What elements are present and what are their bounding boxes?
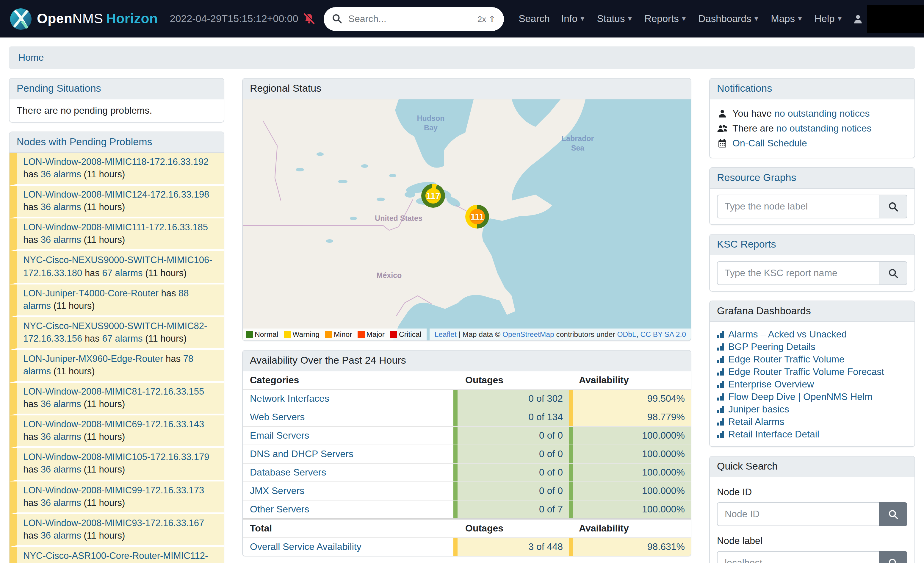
grafana-dashboard-link[interactable]: BGP Peering Details — [717, 341, 908, 353]
grafana-dashboard-link[interactable]: Retail Alarms — [717, 416, 908, 428]
navbar-link-dashboards[interactable]: Dashboards — [699, 13, 752, 24]
navbar-link-maps[interactable]: Maps — [771, 13, 795, 24]
ksc-reports-title[interactable]: KSC Reports — [710, 234, 915, 255]
pending-situations-title[interactable]: Pending Situations — [9, 78, 224, 99]
node-problem-item: LON-Window-2008-MIMIC124-172.16.33.198 h… — [9, 186, 224, 218]
grafana-dashboard-link[interactable]: Enterprise Overview — [717, 378, 908, 390]
node-link[interactable]: LON-Window-2008-MIMIC105-172.16.33.179 — [23, 452, 209, 462]
resource-graphs-title[interactable]: Resource Graphs — [710, 168, 915, 189]
category-link[interactable]: Email Servers — [250, 430, 309, 441]
resource-graphs-search-button[interactable] — [879, 195, 908, 218]
node-label-input[interactable] — [717, 551, 879, 563]
node-alarms-link[interactable]: 36 alarms — [41, 235, 81, 245]
alarm-duration: (11 hours) — [84, 399, 125, 409]
navbar-link-reports[interactable]: Reports — [644, 13, 679, 24]
node-alarms-link[interactable]: 36 alarms — [41, 432, 81, 442]
notifications-off-bell-icon[interactable] — [303, 12, 316, 25]
category-link[interactable]: Web Servers — [250, 412, 304, 423]
navbar-link-help[interactable]: Help — [814, 13, 835, 24]
category-link[interactable]: Database Servers — [250, 467, 326, 478]
has-word: has — [23, 530, 38, 540]
node-link[interactable]: LON-Juniper-MX960-Edge-Router — [23, 353, 163, 363]
notification-link[interactable]: no outstanding notices — [777, 123, 872, 133]
grafana-link-label: Enterprise Overview — [728, 378, 814, 390]
availability-header: Availability — [571, 371, 691, 389]
node-link[interactable]: LON-Juniper-T4000-Core-Router — [23, 288, 159, 298]
node-alarms-link[interactable]: 36 alarms — [41, 497, 81, 507]
legend-item-major: Major — [357, 330, 385, 339]
node-alarms-link[interactable]: 36 alarms — [41, 202, 81, 212]
node-id-search-button[interactable] — [879, 502, 908, 526]
quick-search-panel: Quick Search Node ID Node label — [709, 456, 915, 563]
grafana-dashboard-link[interactable]: Flow Deep Dive | OpenNMS Helm — [717, 390, 908, 403]
navbar-link-search[interactable]: Search — [519, 13, 550, 24]
node-id-input[interactable] — [717, 502, 879, 526]
ksc-report-name-input[interactable] — [717, 261, 879, 285]
category-link[interactable]: JMX Servers — [250, 486, 304, 496]
search-input[interactable] — [347, 13, 473, 25]
node-link[interactable]: LON-Window-2008-MIMIC111-172.16.33.185 — [23, 222, 208, 233]
node-link[interactable]: LON-Window-2008-MIMIC99-172.16.33.173 — [23, 485, 204, 495]
grafana-dashboard-link[interactable]: Edge Router Traffic Volume — [717, 353, 908, 365]
node-alarms-link[interactable]: 67 alarms — [102, 267, 143, 278]
node-link[interactable]: NYC-Cisco-ASR100-Core-Router-MIMIC112-17… — [23, 551, 208, 563]
notification-link[interactable]: On-Call Schedule — [732, 138, 807, 148]
node-alarms-link[interactable]: 36 alarms — [41, 530, 81, 540]
resource-graphs-node-input[interactable] — [717, 195, 879, 218]
availability-panel: Availability Over the Past 24 Hours Cate… — [242, 350, 692, 557]
attribution-link[interactable]: OpenStreetMap — [502, 330, 554, 339]
navbar-link-info[interactable]: Info — [561, 13, 578, 24]
availability-cell: 100.000% — [569, 427, 691, 444]
ksc-reports-search-button[interactable] — [879, 261, 908, 285]
node-label-search-button[interactable] — [879, 551, 908, 563]
grafana-dashboard-link[interactable]: Alarms – Acked vs Unacked — [717, 328, 908, 341]
bar-chart-icon — [717, 431, 724, 438]
user-icon — [717, 109, 728, 119]
breadcrumb-home-link[interactable]: Home — [18, 53, 44, 63]
pending-situations-empty-message: There are no pending problems. — [9, 99, 224, 122]
nodes-pending-problems-title[interactable]: Nodes with Pending Problems — [9, 132, 224, 153]
user-menu[interactable]: ▼ — [852, 5, 924, 33]
has-word: has — [166, 353, 181, 363]
outages-cell: 0 of 0 — [453, 482, 569, 500]
node-alarms-link[interactable]: 36 alarms — [41, 464, 81, 474]
node-link[interactable]: LON-Window-2008-MIMIC118-172.16.33.192 — [23, 156, 208, 167]
grafana-dashboard-link[interactable]: Retail Interface Detail — [717, 428, 908, 440]
node-link[interactable]: LON-Window-2008-MIMIC81-172.16.33.155 — [23, 386, 204, 396]
node-alarms-link[interactable]: 67 alarms — [102, 333, 143, 344]
node-alarms-link[interactable]: 36 alarms — [41, 399, 81, 409]
node-alarms-link[interactable]: 36 alarms — [41, 169, 81, 179]
category-link[interactable]: Other Servers — [250, 504, 309, 515]
category-link[interactable]: DNS and DHCP Servers — [250, 449, 353, 459]
map-cluster-marker[interactable]: 111 — [465, 205, 489, 228]
notification-text: There are no outstanding notices — [732, 122, 872, 135]
attribution-link[interactable]: CC BY-SA 2.0 — [640, 330, 686, 339]
alarm-duration: (11 hours) — [145, 333, 186, 344]
legend-label: Warning — [292, 330, 320, 339]
node-problem-item: LON-Window-2008-MIMIC111-172.16.33.185 h… — [9, 219, 224, 251]
brand[interactable]: OpenNMSHorizon — [9, 8, 158, 30]
attribution-link[interactable]: ODbL — [617, 330, 636, 339]
node-link[interactable]: LON-Window-2008-MIMIC69-172.16.33.143 — [23, 419, 204, 429]
grafana-dashboard-link[interactable]: Juniper basics — [717, 403, 908, 416]
availability-row: Email Servers0 of 0100.000% — [243, 426, 691, 444]
node-problem-item: LON-Window-2008-MIMIC81-172.16.33.155 ha… — [9, 383, 224, 416]
node-problem-item: LON-Window-2008-MIMIC118-172.16.33.192 h… — [9, 153, 224, 186]
grafana-dashboard-link[interactable]: Edge Router Traffic Volume Forecast — [717, 365, 908, 378]
navbar-link-status[interactable]: Status — [597, 13, 625, 24]
node-link[interactable]: LON-Window-2008-MIMIC124-172.16.33.198 — [23, 189, 209, 200]
grafana-link-label: Alarms – Acked vs Unacked — [728, 328, 847, 341]
notification-link[interactable]: no outstanding notices — [774, 108, 870, 119]
notification-line: On-Call Schedule — [717, 137, 908, 150]
node-link[interactable]: LON-Window-2008-MIMIC93-172.16.33.167 — [23, 518, 204, 528]
map-cluster-marker[interactable]: 117 — [421, 184, 445, 208]
attribution-link[interactable]: Leaflet — [435, 330, 457, 339]
notifications-title[interactable]: Notifications — [710, 78, 915, 99]
attribution-text: contributors under — [554, 330, 617, 339]
has-word: has — [23, 202, 38, 212]
category-link[interactable]: Overall Service Availability — [250, 542, 362, 552]
regional-status-map[interactable]: Hudson BayLabrador SeaUnited StatesMéxic… — [243, 99, 691, 341]
category-link[interactable]: Network Interfaces — [250, 393, 329, 404]
users-icon — [717, 124, 728, 133]
notification-line: There are no outstanding notices — [717, 122, 908, 135]
